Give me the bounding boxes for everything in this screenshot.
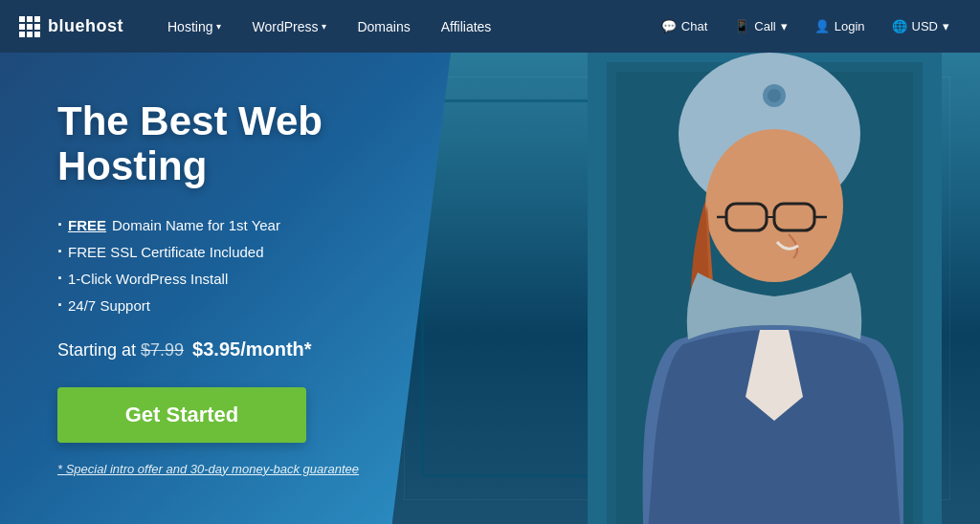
user-icon: 👤 [814,19,830,33]
chevron-down-icon: ▾ [216,21,221,32]
call-button[interactable]: 📱 Call ▾ [723,13,798,39]
hero-features-list: FREE Domain Name for 1st Year FREE SSL C… [57,215,479,316]
nav-item-affiliates[interactable]: Affiliates [426,0,507,53]
disclaimer-text[interactable]: * Special intro offer and 30-day money-b… [57,462,359,476]
login-button[interactable]: 👤 Login [803,13,877,39]
nav-right: 💬 Chat 📱 Call ▾ 👤 Login 🌐 USD ▾ [650,13,961,39]
phone-icon: 📱 [734,19,749,33]
pricing-info: Starting at $7.99 $3.95/month* [57,338,479,360]
nav-links: Hosting ▾ WordPress ▾ Domains Affiliates [152,0,650,53]
nav-item-wordpress[interactable]: WordPress ▾ [236,0,342,53]
logo-link[interactable]: bluehost [19,16,123,37]
chat-icon: 💬 [661,19,677,33]
navbar: bluehost Hosting ▾ WordPress ▾ Domains A… [0,0,980,53]
hero-person-image [530,53,942,524]
original-price: $7.99 [141,340,184,360]
logo-grid-icon [19,16,40,37]
feature-item-2: FREE SSL Certificate Included [57,242,479,262]
hero-title: The Best Web Hosting [57,99,479,187]
get-started-button[interactable]: Get Started [57,387,306,443]
nav-item-domains[interactable]: Domains [342,0,425,53]
currency-selector[interactable]: 🌐 USD ▾ [880,13,961,39]
svg-point-4 [705,129,843,282]
feature-item-1: FREE Domain Name for 1st Year [57,215,479,235]
chevron-down-icon: ▾ [781,19,788,33]
feature-highlight: FREE [68,217,106,233]
logo-text: bluehost [48,16,123,36]
sale-price: $3.95/month* [192,338,311,360]
feature-item-4: 24/7 Support [57,295,479,316]
chat-button[interactable]: 💬 Chat [650,13,719,39]
globe-icon: 🌐 [892,19,907,33]
hero-section: The Best Web Hosting FREE Domain Name fo… [0,53,980,524]
chevron-down-icon: ▾ [943,19,949,33]
svg-point-11 [768,89,781,102]
nav-item-hosting[interactable]: Hosting ▾ [152,0,236,53]
chevron-down-icon: ▾ [322,21,326,32]
hero-content: The Best Web Hosting FREE Domain Name fo… [0,99,479,476]
feature-item-3: 1-Click WordPress Install [57,269,479,289]
